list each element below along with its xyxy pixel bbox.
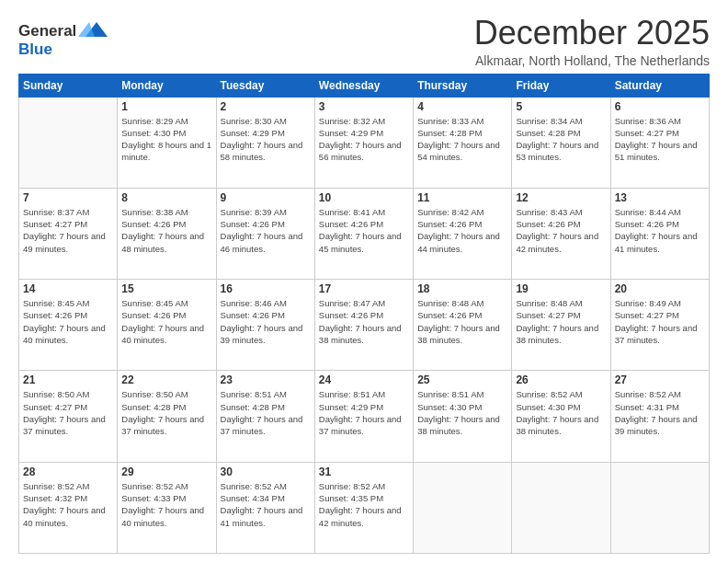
calendar-cell: 9Sunrise: 8:39 AMSunset: 4:26 PMDaylight… <box>216 188 314 279</box>
day-number: 15 <box>121 282 211 295</box>
weekday-header-sunday: Sunday <box>19 74 118 97</box>
day-info: Sunrise: 8:46 AMSunset: 4:26 PMDaylight:… <box>221 297 311 346</box>
month-title: December 2025 <box>474 15 710 52</box>
day-number: 21 <box>23 373 113 386</box>
logo: General Blue <box>18 18 108 59</box>
day-number: 14 <box>23 282 113 295</box>
logo-blue: Blue <box>18 40 52 59</box>
day-info: Sunrise: 8:48 AMSunset: 4:26 PMDaylight:… <box>417 297 507 346</box>
calendar-cell: 13Sunrise: 8:44 AMSunset: 4:26 PMDayligh… <box>610 188 709 279</box>
day-info: Sunrise: 8:29 AMSunset: 4:30 PMDaylight:… <box>121 115 211 164</box>
day-info: Sunrise: 8:52 AMSunset: 4:32 PMDaylight:… <box>23 480 113 529</box>
calendar-cell: 8Sunrise: 8:38 AMSunset: 4:26 PMDaylight… <box>118 188 216 279</box>
day-info: Sunrise: 8:43 AMSunset: 4:26 PMDaylight:… <box>516 206 606 255</box>
day-number: 22 <box>121 373 211 386</box>
day-info: Sunrise: 8:45 AMSunset: 4:26 PMDaylight:… <box>121 297 211 346</box>
week-row-3: 21Sunrise: 8:50 AMSunset: 4:27 PMDayligh… <box>19 371 710 462</box>
calendar-cell: 11Sunrise: 8:42 AMSunset: 4:26 PMDayligh… <box>414 188 512 279</box>
calendar-cell: 30Sunrise: 8:52 AMSunset: 4:34 PMDayligh… <box>216 462 314 553</box>
calendar-cell: 12Sunrise: 8:43 AMSunset: 4:26 PMDayligh… <box>512 188 610 279</box>
day-info: Sunrise: 8:50 AMSunset: 4:27 PMDaylight:… <box>23 388 113 437</box>
calendar-cell <box>610 462 709 553</box>
location-title: Alkmaar, North Holland, The Netherlands <box>474 53 710 68</box>
calendar-cell: 7Sunrise: 8:37 AMSunset: 4:27 PMDaylight… <box>19 188 118 279</box>
day-number: 3 <box>319 100 409 113</box>
day-info: Sunrise: 8:52 AMSunset: 4:35 PMDaylight:… <box>319 480 409 529</box>
calendar-cell: 26Sunrise: 8:52 AMSunset: 4:30 PMDayligh… <box>512 371 610 462</box>
calendar-cell: 17Sunrise: 8:47 AMSunset: 4:26 PMDayligh… <box>314 280 413 371</box>
day-number: 16 <box>221 282 311 295</box>
day-info: Sunrise: 8:52 AMSunset: 4:33 PMDaylight:… <box>121 480 211 529</box>
day-number: 4 <box>417 100 507 113</box>
weekday-header-tuesday: Tuesday <box>216 74 314 97</box>
calendar-cell: 2Sunrise: 8:30 AMSunset: 4:29 PMDaylight… <box>216 97 314 188</box>
day-info: Sunrise: 8:52 AMSunset: 4:34 PMDaylight:… <box>221 480 311 529</box>
day-number: 20 <box>615 282 705 295</box>
calendar-cell: 25Sunrise: 8:51 AMSunset: 4:30 PMDayligh… <box>414 371 512 462</box>
day-info: Sunrise: 8:51 AMSunset: 4:29 PMDaylight:… <box>319 388 409 437</box>
day-number: 11 <box>417 191 507 204</box>
day-info: Sunrise: 8:48 AMSunset: 4:27 PMDaylight:… <box>516 297 606 346</box>
week-row-0: 1Sunrise: 8:29 AMSunset: 4:30 PMDaylight… <box>19 97 710 188</box>
day-info: Sunrise: 8:36 AMSunset: 4:27 PMDaylight:… <box>615 115 705 164</box>
weekday-header-saturday: Saturday <box>610 74 709 97</box>
day-number: 6 <box>615 100 705 113</box>
day-info: Sunrise: 8:34 AMSunset: 4:28 PMDaylight:… <box>516 115 606 164</box>
logo-icon <box>78 18 108 44</box>
day-number: 13 <box>615 191 705 204</box>
day-number: 5 <box>516 100 606 113</box>
day-number: 9 <box>221 191 311 204</box>
calendar-cell <box>414 462 512 553</box>
calendar-cell <box>512 462 610 553</box>
weekday-header-wednesday: Wednesday <box>314 74 413 97</box>
day-info: Sunrise: 8:50 AMSunset: 4:28 PMDaylight:… <box>121 388 211 437</box>
week-row-4: 28Sunrise: 8:52 AMSunset: 4:32 PMDayligh… <box>19 462 710 553</box>
day-number: 26 <box>516 373 606 386</box>
header: General Blue December 2025 Alkmaar, Nort… <box>18 15 710 68</box>
day-info: Sunrise: 8:41 AMSunset: 4:26 PMDaylight:… <box>319 206 409 255</box>
calendar-cell: 3Sunrise: 8:32 AMSunset: 4:29 PMDaylight… <box>314 97 413 188</box>
calendar-cell: 20Sunrise: 8:49 AMSunset: 4:27 PMDayligh… <box>610 280 709 371</box>
calendar-cell: 23Sunrise: 8:51 AMSunset: 4:28 PMDayligh… <box>216 371 314 462</box>
day-number: 23 <box>221 373 311 386</box>
calendar-cell: 21Sunrise: 8:50 AMSunset: 4:27 PMDayligh… <box>19 371 118 462</box>
day-info: Sunrise: 8:49 AMSunset: 4:27 PMDaylight:… <box>615 297 705 346</box>
calendar-cell: 10Sunrise: 8:41 AMSunset: 4:26 PMDayligh… <box>314 188 413 279</box>
day-number: 17 <box>319 282 409 295</box>
calendar-cell: 29Sunrise: 8:52 AMSunset: 4:33 PMDayligh… <box>118 462 216 553</box>
day-info: Sunrise: 8:52 AMSunset: 4:31 PMDaylight:… <box>615 388 705 437</box>
day-info: Sunrise: 8:51 AMSunset: 4:30 PMDaylight:… <box>417 388 507 437</box>
day-number: 29 <box>121 465 211 478</box>
day-info: Sunrise: 8:45 AMSunset: 4:26 PMDaylight:… <box>23 297 113 346</box>
page: General Blue December 2025 Alkmaar, Nort… <box>0 0 728 563</box>
day-number: 10 <box>319 191 409 204</box>
day-info: Sunrise: 8:51 AMSunset: 4:28 PMDaylight:… <box>221 388 311 437</box>
day-info: Sunrise: 8:52 AMSunset: 4:30 PMDaylight:… <box>516 388 606 437</box>
calendar-cell: 16Sunrise: 8:46 AMSunset: 4:26 PMDayligh… <box>216 280 314 371</box>
day-info: Sunrise: 8:39 AMSunset: 4:26 PMDaylight:… <box>221 206 311 255</box>
weekday-header-friday: Friday <box>512 74 610 97</box>
day-number: 25 <box>417 373 507 386</box>
calendar-cell <box>19 97 118 188</box>
week-row-2: 14Sunrise: 8:45 AMSunset: 4:26 PMDayligh… <box>19 280 710 371</box>
day-info: Sunrise: 8:37 AMSunset: 4:27 PMDaylight:… <box>23 206 113 255</box>
day-info: Sunrise: 8:30 AMSunset: 4:29 PMDaylight:… <box>221 115 311 164</box>
calendar-cell: 27Sunrise: 8:52 AMSunset: 4:31 PMDayligh… <box>610 371 709 462</box>
logo-general: General <box>18 22 76 40</box>
day-number: 27 <box>615 373 705 386</box>
calendar-cell: 24Sunrise: 8:51 AMSunset: 4:29 PMDayligh… <box>314 371 413 462</box>
calendar-cell: 1Sunrise: 8:29 AMSunset: 4:30 PMDaylight… <box>118 97 216 188</box>
day-info: Sunrise: 8:32 AMSunset: 4:29 PMDaylight:… <box>319 115 409 164</box>
day-number: 19 <box>516 282 606 295</box>
day-number: 8 <box>121 191 211 204</box>
day-number: 1 <box>121 100 211 113</box>
day-number: 31 <box>319 465 409 478</box>
title-section: December 2025 Alkmaar, North Holland, Th… <box>474 15 710 68</box>
day-info: Sunrise: 8:44 AMSunset: 4:26 PMDaylight:… <box>615 206 705 255</box>
day-info: Sunrise: 8:38 AMSunset: 4:26 PMDaylight:… <box>121 206 211 255</box>
weekday-header-monday: Monday <box>118 74 216 97</box>
week-row-1: 7Sunrise: 8:37 AMSunset: 4:27 PMDaylight… <box>19 188 710 279</box>
day-number: 7 <box>23 191 113 204</box>
day-info: Sunrise: 8:33 AMSunset: 4:28 PMDaylight:… <box>417 115 507 164</box>
calendar-cell: 31Sunrise: 8:52 AMSunset: 4:35 PMDayligh… <box>314 462 413 553</box>
